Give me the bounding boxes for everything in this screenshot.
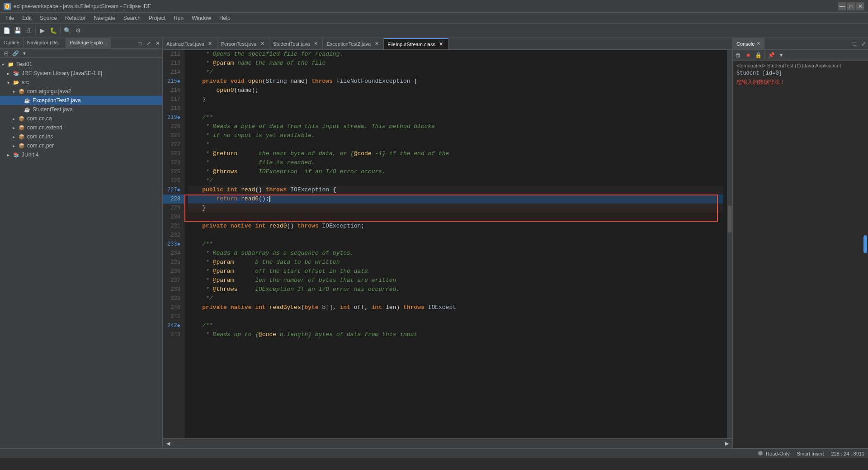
tree-item-cn-ca[interactable]: ▸ 📦 com.cn.ca <box>0 114 162 123</box>
tab-package-explorer[interactable]: Package Explo... <box>66 38 111 48</box>
code-line-241 <box>188 312 723 321</box>
close-tab-exception[interactable]: ✕ <box>373 41 380 47</box>
window-title: eclipse-workspace - java.io.FileInputStr… <box>14 3 151 9</box>
tree-item-cn-ins[interactable]: ▸ 📦 com.cn.ins <box>0 132 162 141</box>
tab-abstract-test[interactable]: AbstractTest.java ✕ <box>163 38 217 49</box>
tree-label-src: src <box>22 79 29 85</box>
menu-run[interactable]: Run <box>170 14 187 22</box>
save-button[interactable]: 💾 <box>13 26 23 36</box>
scroll-lock-btn[interactable]: 🔒 <box>754 51 763 60</box>
close-tab-fis[interactable]: ✕ <box>438 41 444 47</box>
tree-item-src[interactable]: ▾ 📂 src <box>0 78 162 87</box>
project-tree: ▾ 📁 Test01 ▸ 📚 JRE System Library [JavaS… <box>0 58 162 448</box>
collapse-all-button[interactable]: ⊟ <box>2 48 11 59</box>
menu-source[interactable]: Source <box>36 14 61 22</box>
console-tab[interactable]: Console ✕ <box>733 38 764 49</box>
tab-navigator[interactable]: Navigator (De... <box>24 38 66 48</box>
tree-item-cn-extend[interactable]: ▸ 📦 com.cn.extend <box>0 123 162 132</box>
close-console-btn[interactable]: ✕ <box>756 41 760 47</box>
arrow-icon: ▸ <box>13 116 18 121</box>
menu-project[interactable]: Project <box>145 14 169 22</box>
clear-console-btn[interactable]: 🗑 <box>734 51 743 60</box>
pin-console-btn[interactable]: 📌 <box>767 51 776 60</box>
code-line-243: * Reads up to {@code b.length} bytes of … <box>188 330 723 339</box>
scroll-right-btn[interactable]: ▶ <box>725 441 729 446</box>
menu-refactor[interactable]: Refactor <box>61 14 89 22</box>
view-menu-button[interactable]: ▾ <box>20 48 29 59</box>
line-num-238: 238 <box>163 285 184 294</box>
code-content[interactable]: * Opens the specified file for reading. … <box>184 50 727 438</box>
scroll-left-btn[interactable]: ◀ <box>166 441 170 446</box>
code-line-238: * @throws IOException If an I/O error ha… <box>188 285 723 294</box>
code-line-212: * Opens the specified file for reading. <box>188 50 723 59</box>
line-num-239: 239 <box>163 294 184 303</box>
tab-outline[interactable]: Outline <box>0 38 24 48</box>
run-button[interactable]: ▶ <box>38 26 47 36</box>
tree-item-exception-test[interactable]: ☕ ExceptionTest2.java <box>0 96 162 105</box>
link-editor-button[interactable]: 🔗 <box>11 48 20 59</box>
tab-fileinputstream[interactable]: FileInputStream.class ✕ <box>384 38 448 49</box>
tree-item-cn-per[interactable]: ▸ 📦 com.cn.per <box>0 141 162 150</box>
menu-navigate[interactable]: Navigate <box>90 14 118 22</box>
scrollbar-thumb[interactable] <box>728 205 731 233</box>
tab-label: PersonTest.java <box>221 41 256 47</box>
project-icon: 📁 <box>7 61 14 68</box>
print-button[interactable]: 🖨 <box>24 26 33 36</box>
close-tab-person[interactable]: ✕ <box>259 41 265 47</box>
tab-student-test[interactable]: StudentTest.java ✕ <box>269 38 323 49</box>
menu-help[interactable]: Help <box>216 14 234 22</box>
tab-exception-test2[interactable]: ExceptionTest2.java ✕ <box>323 38 384 49</box>
line-num-229: 229 <box>163 204 184 213</box>
console-menu-btn[interactable]: ▾ <box>777 51 786 60</box>
code-line-237: * @param len the number of bytes that ar… <box>188 276 723 285</box>
search-button[interactable]: 🔍 <box>62 26 72 36</box>
window-controls[interactable]: — □ ✕ <box>838 2 864 10</box>
code-line-239: */ <box>188 294 723 303</box>
new-button[interactable]: 📄 <box>2 26 12 36</box>
line-num-230: 230 <box>163 213 184 222</box>
title-bar: eclipse-workspace - java.io.FileInputStr… <box>0 0 868 13</box>
menu-file[interactable]: File <box>2 14 18 22</box>
arrow-icon: ▸ <box>13 125 18 130</box>
menu-edit[interactable]: Edit <box>19 14 35 22</box>
minimize-button[interactable]: — <box>838 2 846 10</box>
menu-window[interactable]: Window <box>188 14 215 22</box>
status-writable: Read-Only <box>758 451 790 456</box>
line-num-221: 221 <box>163 131 184 140</box>
settings-button[interactable]: ⚙ <box>73 26 83 36</box>
maximize-console-btn[interactable]: ⤢ <box>859 38 868 49</box>
tab-person-test[interactable]: PersonTest.java ✕ <box>217 38 269 49</box>
tree-item-test01[interactable]: ▾ 📁 Test01 <box>0 60 162 69</box>
tree-item-student-test[interactable]: ☕ StudentTest.java <box>0 105 162 114</box>
menu-search[interactable]: Search <box>120 14 144 22</box>
minimize-side-button[interactable]: □ <box>135 38 144 49</box>
code-editor-wrapper: 212 213 214 215◆ 216 217 218 219◆ 220 22… <box>163 50 732 438</box>
code-line-217: } <box>188 95 723 104</box>
minimize-console-btn[interactable]: □ <box>850 38 859 49</box>
code-line-218 <box>188 104 723 113</box>
arrow-icon: ▾ <box>7 80 13 85</box>
maximize-button[interactable]: □ <box>847 2 855 10</box>
terminate-btn[interactable]: ■ <box>744 51 753 60</box>
close-tab-abstract[interactable]: ✕ <box>207 41 213 47</box>
close-button[interactable]: ✕ <box>856 2 864 10</box>
tree-item-package-atguigu[interactable]: ▾ 📦 com.atguigu.java2 <box>0 87 162 96</box>
close-side-button[interactable]: ✕ <box>153 38 162 49</box>
code-line-226: */ <box>188 176 723 185</box>
close-tab-student[interactable]: ✕ <box>312 41 319 47</box>
tree-label-student-test: StudentTest.java <box>33 106 73 113</box>
debug-button[interactable]: 🐛 <box>48 26 58 36</box>
line-num-235: 235 <box>163 258 184 267</box>
line-num-233: 233◆ <box>163 240 184 249</box>
code-editor[interactable]: 212 213 214 215◆ 216 217 218 219◆ 220 22… <box>163 50 732 438</box>
toolbar-separator-2 <box>60 27 61 35</box>
library-icon: 📚 <box>13 70 20 77</box>
tree-item-junit[interactable]: ▸ 📚 JUnit 4 <box>0 150 162 159</box>
console-tab-label: Console <box>736 41 755 47</box>
line-num-214: 214 <box>163 68 184 77</box>
java-file-icon-2: ☕ <box>24 106 31 113</box>
editor-scrollbar[interactable] <box>727 50 732 438</box>
tree-item-jre[interactable]: ▸ 📚 JRE System Library [JavaSE-1.8] <box>0 69 162 78</box>
arrow-icon: ▾ <box>2 62 7 67</box>
maximize-side-button[interactable]: ⤢ <box>144 38 153 49</box>
